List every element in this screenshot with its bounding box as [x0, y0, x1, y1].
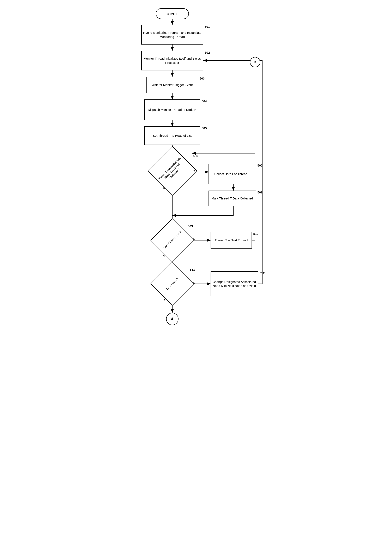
step-num-502: 502 — [205, 51, 210, 54]
label-509-y: Y — [163, 255, 165, 258]
node-b: B — [250, 57, 260, 67]
node-508: Mark Thread T Data Collected — [209, 191, 256, 206]
node-503: Wait for Monitor Trigger Event — [146, 77, 198, 93]
step-num-504: 504 — [202, 99, 207, 103]
node-512: Change Designated Associated Node N to N… — [211, 271, 258, 296]
flowchart: START Invoke Monitoring Program and Inst… — [124, 4, 268, 553]
node-506-text: Thread T Associated with Node N AND Not … — [150, 148, 195, 193]
node-509-text: End of Thread List ? — [152, 220, 193, 261]
step-num-503: 503 — [200, 77, 205, 80]
step-num-506: 506 — [193, 154, 198, 158]
node-509-wrapper: End of Thread List ? — [144, 224, 200, 257]
node-510: Thread T = Next Thread — [211, 232, 252, 249]
node-511-text: Last Node ? — [152, 263, 193, 304]
label-511-n: N — [193, 281, 195, 284]
node-a: A — [166, 313, 178, 325]
node-501: Invoke Monitoring Program and Instantiat… — [141, 25, 203, 44]
step-num-507: 507 — [258, 164, 263, 167]
node-504: Dispatch Monitor Thread to Node N — [144, 99, 200, 120]
step-num-510: 510 — [253, 232, 259, 235]
label-509-n: N — [193, 238, 195, 241]
node-511-wrapper: Last Node ? — [146, 267, 198, 300]
label-506-n: N — [163, 186, 165, 190]
step-num-508: 508 — [258, 191, 263, 194]
step-num-511: 511 — [190, 268, 195, 271]
node-507: Collect Data For Thread T — [209, 164, 256, 184]
step-num-512: 512 — [260, 271, 265, 275]
step-num-509: 509 — [188, 224, 193, 228]
node-502: Monitor Thread Initializes Itself and Yi… — [141, 51, 203, 70]
label-506-y: Y — [193, 169, 195, 173]
label-511-y: Y — [163, 298, 165, 301]
step-num-505: 505 — [202, 126, 207, 130]
node-505: Set Thread T to Head of List — [144, 126, 200, 145]
step-num-501: 501 — [205, 25, 210, 28]
start-node: START — [156, 8, 189, 19]
